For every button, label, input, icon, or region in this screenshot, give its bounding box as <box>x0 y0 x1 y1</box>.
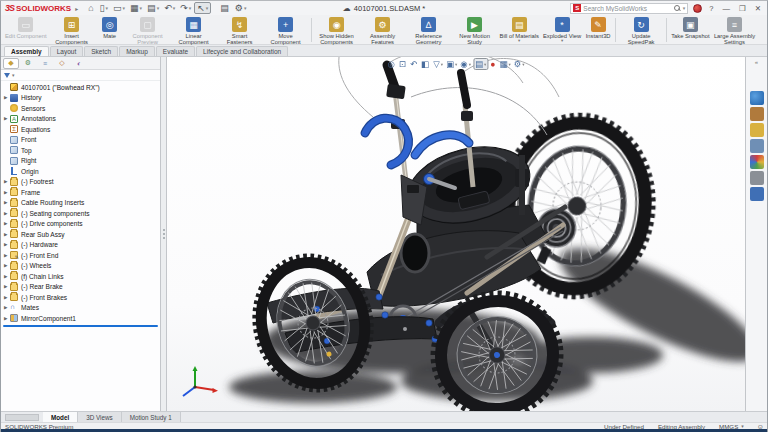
tree-item[interactable]: Equations <box>1 124 160 135</box>
tree-item[interactable]: ▶ (-) Hardware <box>1 240 160 251</box>
tree-item[interactable]: ▶ (-) Seating components <box>1 208 160 219</box>
tree-item[interactable]: Front <box>1 135 160 146</box>
tree-item[interactable]: ▶ Cable Routing Inserts <box>1 198 160 209</box>
feature-manager-tab[interactable]: ◆ <box>3 58 19 69</box>
tree-item[interactable]: ▶ History <box>1 93 160 104</box>
command-button[interactable]: ✎ Instant3D <box>583 16 613 44</box>
heads-up-button[interactable]: ↶ <box>409 58 419 70</box>
command-button[interactable]: + Move Component ▾ <box>263 16 309 44</box>
tree-item[interactable]: Top <box>1 145 160 156</box>
heads-up-button[interactable]: ◧ <box>420 58 431 70</box>
restore-button[interactable]: ❐ <box>737 4 748 13</box>
dropdown-arrow-icon[interactable]: ▾ <box>157 5 160 11</box>
tree-item[interactable]: ▶ (-) Front Brakes <box>1 292 160 303</box>
heads-up-button[interactable]: ▤ ▾ <box>473 58 488 70</box>
feature-manager-tab[interactable]: ◐ <box>71 58 87 69</box>
dropdown-arrow-icon[interactable]: ▾ <box>518 39 520 43</box>
dropdown-arrow-icon[interactable]: ▾ <box>206 5 209 11</box>
tree-item[interactable]: ▶ (-) Rear Brake <box>1 282 160 293</box>
task-pane-button[interactable] <box>750 171 764 185</box>
tree-item[interactable]: ▶ MirrorComponent1 <box>1 313 160 324</box>
dropdown-arrow-icon[interactable]: ▾ <box>106 5 109 11</box>
pane-splitter-handle[interactable] <box>5 414 39 421</box>
command-button[interactable]: ⊞ Insert Components ▾ <box>49 16 95 44</box>
command-button[interactable]: ▤ Bill of Materials ▾ <box>498 16 541 44</box>
quick-access-button[interactable]: ↶ ▾ <box>162 2 177 14</box>
tree-filter[interactable]: ▾ <box>1 70 160 81</box>
command-tab[interactable]: Lifecycle and Collaboration <box>196 46 288 56</box>
heads-up-button[interactable]: ▣ ▾ <box>445 58 458 70</box>
tree-item[interactable]: ▶ (-) Wheels <box>1 261 160 272</box>
heads-up-button[interactable]: ▽ ▾ <box>432 58 444 70</box>
dropdown-arrow-icon[interactable]: ▾ <box>455 62 457 67</box>
tree-item[interactable]: ▶ (-) Front End <box>1 250 160 261</box>
tree-item[interactable]: ▶ Frame <box>1 187 160 198</box>
command-button[interactable]: ≡ Large Assembly Settings ▾ <box>712 16 758 44</box>
minimize-button[interactable]: — <box>720 4 732 13</box>
heads-up-button[interactable]: ▦ ▾ <box>498 58 511 70</box>
quick-access-button[interactable]: ▭ ▾ <box>111 2 127 14</box>
command-button[interactable]: ▭ Edit Component <box>3 16 49 44</box>
dropdown-arrow-icon[interactable]: ▾ <box>189 5 192 11</box>
quick-access-button[interactable]: ⌂ <box>86 2 96 14</box>
dropdown-arrow-icon[interactable]: ▾ <box>140 5 143 11</box>
tree-item[interactable]: Sensors <box>1 103 160 114</box>
command-button[interactable]: ↻ Update SpeedPak Subassemblies <box>618 16 664 44</box>
feature-manager-tab[interactable]: ≡ <box>37 58 53 69</box>
heads-up-button[interactable]: ⊡ <box>398 58 408 70</box>
heads-up-button[interactable]: ⚙ ▾ <box>513 58 526 70</box>
quick-access-button[interactable]: ▤ ▾ <box>145 2 161 14</box>
document-tab[interactable]: Motion Study 1 <box>122 412 181 422</box>
heads-up-button[interactable]: ◉ ▾ <box>459 58 472 70</box>
feature-manager-tab[interactable]: ⚙ <box>20 58 36 69</box>
handcycle-3d-model[interactable] <box>167 57 745 411</box>
dropdown-arrow-icon[interactable]: ▾ <box>123 5 126 11</box>
command-tab[interactable]: Evaluate <box>156 46 195 56</box>
command-tab[interactable]: Layout <box>50 46 84 56</box>
quick-access-button[interactable]: ↖ ▾ <box>194 2 211 14</box>
dropdown-arrow-icon[interactable]: ▾ <box>173 5 176 11</box>
feature-manager-tab[interactable]: ◇ <box>54 58 70 69</box>
task-pane-button[interactable] <box>750 139 764 153</box>
command-tab[interactable]: Sketch <box>84 46 118 56</box>
tree-item[interactable]: ▶ Rear Sub Assy <box>1 229 160 240</box>
filter-dropdown-icon[interactable]: ▾ <box>12 72 15 78</box>
command-button[interactable]: * Exploded View ▾ <box>541 16 583 44</box>
dropdown-arrow-icon[interactable]: ▾ <box>244 5 247 11</box>
quick-access-button[interactable]: ▦ ▾ <box>128 2 144 14</box>
collapse-task-pane-icon[interactable]: « <box>755 59 758 65</box>
search-dropdown-icon[interactable]: ▾ <box>683 5 686 11</box>
document-tab[interactable]: 3D Views <box>78 412 121 422</box>
tree-item[interactable]: ▶ Mates <box>1 303 160 314</box>
dropdown-arrow-icon[interactable]: ▾ <box>484 62 486 67</box>
command-button[interactable]: ∆ Reference Geometry ▾ <box>406 16 452 44</box>
command-button[interactable]: ◉ Show Hidden Components <box>314 16 360 44</box>
task-pane-button[interactable] <box>750 123 764 137</box>
quick-access-button[interactable]: ▤ <box>218 2 232 14</box>
command-button[interactable]: ▶ New Motion Study <box>452 16 498 44</box>
quick-access-button[interactable]: ▯ ▾ <box>98 2 110 14</box>
task-pane-button[interactable] <box>750 107 764 121</box>
command-button[interactable]: ▦ Linear Component Pattern ▾ <box>171 16 217 44</box>
document-tab[interactable]: Model <box>43 412 78 422</box>
help-icon[interactable]: ? <box>707 4 715 13</box>
rollback-bar[interactable] <box>3 325 158 327</box>
user-avatar[interactable] <box>693 4 702 13</box>
tree-item[interactable]: Origin <box>1 166 160 177</box>
dropdown-arrow-icon[interactable]: ▾ <box>561 39 563 43</box>
quick-access-button[interactable]: ⚙ ▾ <box>233 2 249 14</box>
command-button[interactable]: ↯ Smart Fasteners <box>217 16 263 44</box>
tree-item[interactable]: ▶ Annotations <box>1 114 160 125</box>
heads-up-button[interactable]: ◎ <box>386 58 396 70</box>
search-box[interactable]: S Search MySolidWorks ▾ <box>570 3 688 14</box>
quick-access-button[interactable] <box>212 2 217 14</box>
dropdown-arrow-icon[interactable]: ▾ <box>522 62 524 67</box>
command-tab[interactable]: Assembly <box>4 46 49 56</box>
command-button[interactable]: ◎ Mate <box>95 16 125 44</box>
command-button[interactable]: ▢ Component Preview Window <box>125 16 171 44</box>
search-icon[interactable] <box>674 5 681 12</box>
close-button[interactable]: ✕ <box>753 4 763 13</box>
tree-root-item[interactable]: 40107001 ("Bowhead RX") <box>1 82 160 93</box>
solidworks-logo[interactable]: 3S SOLIDWORKS ▸ <box>5 3 78 13</box>
graphics-viewport[interactable]: ◎ ⊡ ↶ ◧ <box>167 57 745 411</box>
